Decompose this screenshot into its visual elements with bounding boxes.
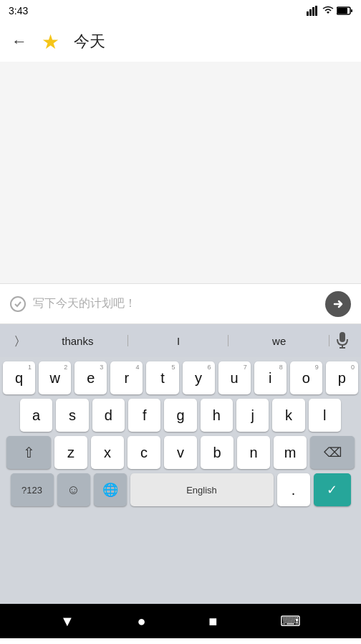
- keys-area: q1 w2 e3 r4 t5 y6 u7 i8 o9 p0 a s d f g …: [0, 357, 361, 604]
- key-x[interactable]: x: [91, 436, 124, 469]
- status-bar: 3:43: [0, 0, 361, 22]
- globe-key[interactable]: 🌐: [94, 473, 127, 506]
- key-n[interactable]: n: [237, 436, 270, 469]
- top-bar: ← ★ 今天: [0, 22, 361, 62]
- status-icons: [307, 6, 352, 16]
- star-icon[interactable]: ★: [42, 30, 59, 54]
- key-h[interactable]: h: [201, 399, 233, 432]
- check-icon: [14, 300, 22, 308]
- keyboard: 〉 thanks I we q1 w2 e3 r4 t5 y6 u7 i8 o9…: [0, 324, 361, 604]
- key-y[interactable]: y6: [183, 361, 215, 394]
- suggestions-expand-button[interactable]: 〉: [6, 334, 27, 347]
- key-row-1: q1 w2 e3 r4 t5 y6 u7 i8 o9 p0: [3, 361, 358, 394]
- key-u[interactable]: u7: [218, 361, 251, 394]
- svg-rect-1: [309, 9, 312, 16]
- send-icon: [332, 298, 345, 311]
- key-s[interactable]: s: [56, 399, 88, 432]
- send-button[interactable]: [325, 291, 351, 317]
- main-content: [0, 62, 361, 284]
- svg-rect-6: [351, 9, 352, 12]
- key-o[interactable]: o9: [290, 361, 322, 394]
- key-b[interactable]: b: [201, 436, 234, 469]
- numbers-key[interactable]: ?123: [11, 473, 54, 506]
- key-row-3: ⇧ z x c v b n m ⌫: [3, 436, 358, 469]
- check-circle-icon[interactable]: [10, 296, 26, 312]
- mic-icon[interactable]: [329, 332, 355, 349]
- svg-rect-5: [337, 8, 347, 14]
- done-key[interactable]: ✓: [314, 473, 351, 506]
- key-k[interactable]: k: [272, 399, 304, 432]
- nav-recents-icon[interactable]: ■: [208, 613, 217, 630]
- svg-rect-2: [312, 7, 314, 16]
- key-c[interactable]: c: [127, 436, 160, 469]
- suggestions-row: 〉 thanks I we: [0, 324, 361, 357]
- signal-icon: [307, 6, 319, 16]
- key-q[interactable]: q1: [3, 361, 35, 394]
- emoji-key[interactable]: ☺: [57, 473, 90, 506]
- nav-back-icon[interactable]: ▼: [60, 613, 74, 630]
- suggestion-thanks[interactable]: thanks: [27, 329, 128, 353]
- suggestion-we[interactable]: we: [228, 329, 329, 353]
- key-f[interactable]: f: [128, 399, 160, 432]
- microphone-icon: [336, 332, 349, 349]
- key-l[interactable]: l: [309, 399, 341, 432]
- svg-rect-3: [315, 6, 317, 16]
- key-a[interactable]: a: [20, 399, 52, 432]
- key-v[interactable]: v: [164, 436, 197, 469]
- key-j[interactable]: j: [236, 399, 269, 432]
- key-m[interactable]: m: [274, 436, 307, 469]
- nav-home-icon[interactable]: ●: [137, 613, 145, 630]
- back-button[interactable]: ←: [11, 32, 27, 51]
- nav-keyboard-icon[interactable]: ⌨: [280, 612, 301, 630]
- delete-key[interactable]: ⌫: [310, 436, 355, 469]
- key-g[interactable]: g: [164, 399, 196, 432]
- key-d[interactable]: d: [92, 399, 125, 432]
- space-key[interactable]: English: [130, 473, 274, 506]
- wifi-icon: [322, 6, 334, 16]
- svg-rect-7: [340, 332, 345, 342]
- key-r[interactable]: r4: [110, 361, 143, 394]
- key-row-2: a s d f g h j k l: [3, 399, 358, 432]
- key-z[interactable]: z: [54, 436, 87, 469]
- key-w[interactable]: w2: [39, 361, 71, 394]
- key-t[interactable]: t5: [146, 361, 178, 394]
- svg-rect-0: [307, 11, 309, 16]
- period-key[interactable]: .: [277, 473, 310, 506]
- key-row-4: ?123 ☺ 🌐 English . ✓: [3, 473, 358, 506]
- battery-icon: [337, 6, 352, 15]
- suggestion-i[interactable]: I: [128, 329, 229, 353]
- page-title: 今天: [74, 31, 105, 52]
- key-p[interactable]: p0: [326, 361, 358, 394]
- shift-key[interactable]: ⇧: [6, 436, 51, 469]
- input-row[interactable]: 写下今天的计划吧！: [0, 284, 361, 324]
- nav-bar: ▼ ● ■ ⌨: [0, 604, 361, 638]
- input-placeholder[interactable]: 写下今天的计划吧！: [33, 296, 325, 311]
- key-i[interactable]: i8: [254, 361, 287, 394]
- key-e[interactable]: e3: [74, 361, 107, 394]
- status-time: 3:43: [9, 5, 28, 16]
